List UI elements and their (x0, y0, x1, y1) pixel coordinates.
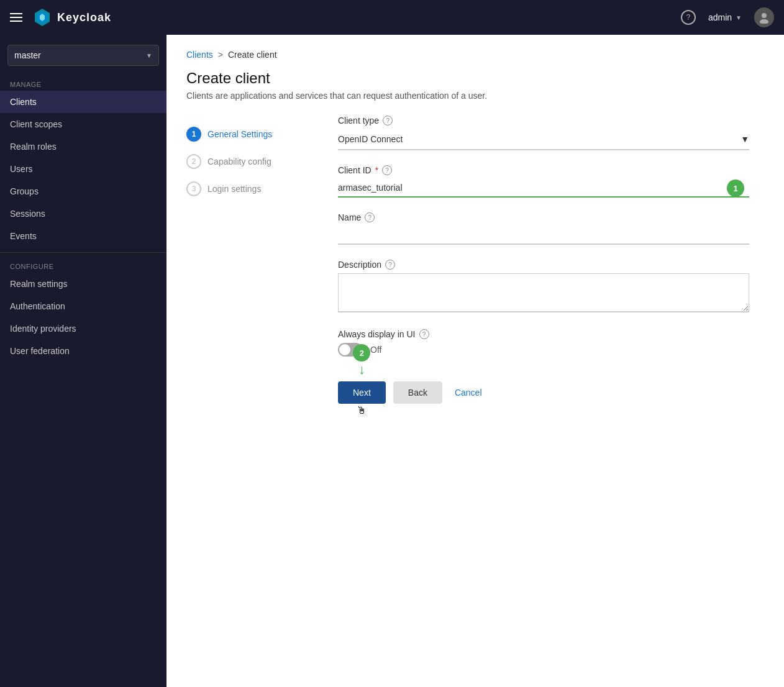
next-button[interactable]: Next (338, 381, 386, 404)
form-area: 1 General Settings 2 Capability config 3… (186, 116, 764, 404)
realm-selector[interactable]: master ▼ (7, 45, 159, 66)
breadcrumb-separator: > (218, 50, 223, 60)
annotation-badge-1: 1 (727, 180, 744, 197)
client-type-label: Client type ? (338, 116, 749, 125)
step-1-circle: 1 (186, 127, 201, 142)
admin-label: admin (708, 12, 732, 22)
description-group: Description ? (338, 260, 749, 314)
description-help[interactable]: ? (385, 260, 395, 270)
client-id-required: * (375, 165, 378, 175)
sidebar-item-clients[interactable]: Clients (0, 91, 166, 113)
toggle-row: Off (338, 343, 749, 357)
step-1-label: General Settings (207, 129, 272, 139)
back-button[interactable]: Back (393, 381, 442, 404)
sidebar-divider (0, 252, 166, 253)
annotation-badge-2: 2 (353, 344, 370, 362)
sidebar-item-user-federation[interactable]: User federation (0, 340, 166, 362)
configure-section-label: Configure (0, 258, 166, 273)
svg-point-3 (762, 13, 767, 18)
button-row: 2 ↓ Next 🖱 Back Cancel (338, 381, 749, 404)
client-id-label: Client ID * ? (338, 165, 749, 175)
help-icon[interactable]: ? (681, 10, 696, 25)
svg-point-4 (760, 19, 768, 24)
description-input[interactable] (338, 273, 749, 312)
sidebar-item-sessions[interactable]: Sessions (0, 202, 166, 225)
client-type-group: Client type ? OpenID Connect SAML ▼ (338, 116, 749, 150)
main-content: Clients > Create client Create client Cl… (166, 35, 784, 687)
client-type-help[interactable]: ? (383, 116, 393, 125)
sidebar-item-realm-settings[interactable]: Realm settings (0, 273, 166, 295)
breadcrumb: Clients > Create client (186, 50, 764, 60)
step-2[interactable]: 2 Capability config (186, 148, 323, 175)
page-subtitle: Clients are applications and services th… (186, 91, 764, 101)
name-help[interactable]: ? (365, 212, 375, 222)
top-navigation: Keycloak ? admin ▼ (0, 0, 784, 35)
manage-section-label: Manage (0, 76, 166, 91)
client-id-input-wrapper: 1 (338, 179, 749, 198)
page-title: Create client (186, 70, 764, 87)
avatar[interactable] (754, 7, 774, 27)
logo-text: Keycloak (57, 11, 111, 24)
step-2-circle: 2 (186, 154, 201, 169)
steps-panel: 1 General Settings 2 Capability config 3… (186, 116, 323, 404)
client-type-select-wrapper: OpenID Connect SAML ▼ (338, 129, 749, 150)
description-label: Description ? (338, 260, 749, 270)
name-input[interactable] (338, 226, 749, 245)
form-panel: Client type ? OpenID Connect SAML ▼ Cl (323, 116, 764, 404)
breadcrumb-current: Create client (228, 50, 277, 60)
realm-dropdown-arrow: ▼ (146, 52, 152, 59)
name-group: Name ? (338, 212, 749, 245)
annotation-2-container: 2 ↓ (353, 344, 370, 376)
step-3[interactable]: 3 Login settings (186, 175, 323, 202)
client-id-group: Client ID * ? 1 (338, 165, 749, 198)
sidebar-item-client-scopes[interactable]: Client scopes (0, 113, 166, 135)
realm-name: master (14, 50, 41, 60)
cancel-button[interactable]: Cancel (450, 381, 487, 404)
logo-icon (32, 7, 52, 27)
sidebar-item-groups[interactable]: Groups (0, 180, 166, 202)
cursor-icon: 🖱 (357, 405, 367, 416)
next-button-wrapper: 2 ↓ Next 🖱 (338, 381, 386, 404)
client-id-help[interactable]: ? (382, 165, 392, 175)
sidebar-item-realm-roles[interactable]: Realm roles (0, 135, 166, 158)
always-display-help[interactable]: ? (419, 329, 429, 339)
toggle-label: Off (370, 345, 381, 355)
main-layout: master ▼ Manage Clients Client scopes Re… (0, 35, 784, 687)
name-label: Name ? (338, 212, 749, 222)
step-3-label: Login settings (207, 184, 261, 194)
menu-toggle[interactable] (10, 13, 22, 22)
logo: Keycloak (32, 7, 111, 27)
sidebar-item-users[interactable]: Users (0, 158, 166, 180)
always-display-group: Always display in UI ? Off (338, 329, 749, 357)
client-id-input[interactable] (338, 179, 749, 198)
step-2-label: Capability config (207, 157, 271, 166)
sidebar-item-authentication[interactable]: Authentication (0, 295, 166, 317)
admin-menu[interactable]: admin ▼ (708, 12, 742, 22)
step-3-circle: 3 (186, 181, 201, 196)
sidebar-item-identity-providers[interactable]: Identity providers (0, 317, 166, 340)
always-display-label: Always display in UI ? (338, 329, 749, 339)
step-1[interactable]: 1 General Settings (186, 121, 323, 148)
annotation-arrow: ↓ (358, 363, 365, 376)
sidebar-item-events[interactable]: Events (0, 225, 166, 247)
breadcrumb-parent[interactable]: Clients (186, 50, 213, 60)
nav-right: ? admin ▼ (681, 7, 774, 27)
toggle-knob (339, 344, 350, 355)
admin-dropdown-arrow: ▼ (736, 14, 742, 21)
avatar-icon (758, 11, 770, 24)
client-type-select[interactable]: OpenID Connect SAML (338, 129, 749, 149)
sidebar: master ▼ Manage Clients Client scopes Re… (0, 35, 166, 687)
